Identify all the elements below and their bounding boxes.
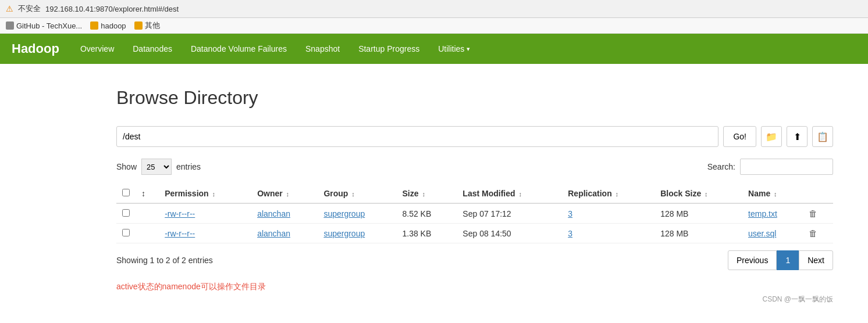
navbar-brand[interactable]: Hadoop xyxy=(12,41,59,56)
nav-startup-progress[interactable]: Startup Progress xyxy=(349,35,429,63)
warning-icon: ⚠ xyxy=(6,4,13,13)
sort-icon-name: ↕ xyxy=(774,191,777,198)
insecure-label: 不安全 xyxy=(18,3,41,14)
sort-icon-permission: ↕ xyxy=(212,191,216,198)
th-size[interactable]: Size ↕ xyxy=(396,184,457,203)
delete-icon-1[interactable]: 🗑 xyxy=(809,209,817,218)
upload-icon-button[interactable]: ⬆ xyxy=(787,126,807,147)
th-group[interactable]: Group ↕ xyxy=(318,184,396,203)
th-permission[interactable]: Permission ↕ xyxy=(159,184,251,203)
table-row: -rw-r--r-- alanchan supergroup 8.52 KB S… xyxy=(116,203,833,224)
table-header-row: ↕ Permission ↕ Owner ↕ Group ↕ Size ↕ xyxy=(116,184,833,203)
file-link-2[interactable]: user.sql xyxy=(748,229,776,238)
path-input[interactable] xyxy=(116,126,718,147)
upload-icon: ⬆ xyxy=(794,131,801,142)
bookmark-hadoop[interactable]: hadoop xyxy=(90,21,126,30)
bookmark-icon-other xyxy=(134,21,143,30)
nav-datanode-volume-failures[interactable]: Datanode Volume Failures xyxy=(182,35,296,63)
td-owner-1: alanchan xyxy=(251,203,318,224)
folder-icon: 📁 xyxy=(766,131,777,142)
bookmark-other[interactable]: 其他 xyxy=(134,20,160,31)
show-label: Show xyxy=(116,162,137,171)
go-button[interactable]: Go! xyxy=(723,126,756,147)
bookmark-label-github: GitHub - TechXue... xyxy=(16,21,82,30)
bottom-note: active状态的namenode可以操作文件目录 xyxy=(116,282,833,292)
pagination: Previous 1 Next xyxy=(728,250,833,270)
th-sort: ↕ xyxy=(136,184,159,203)
nav-datanodes[interactable]: Datanodes xyxy=(123,35,182,63)
entries-label: entries xyxy=(176,162,201,171)
sort-icon-replication: ↕ xyxy=(616,191,619,198)
td-size-2: 1.38 KB xyxy=(396,224,457,243)
replication-link-1[interactable]: 3 xyxy=(568,209,572,218)
td-group-2: supergroup xyxy=(318,224,396,243)
permission-link-2[interactable]: -rw-r--r-- xyxy=(165,229,195,238)
group-link-2[interactable]: supergroup xyxy=(323,229,365,238)
permission-link-1[interactable]: -rw-r--r-- xyxy=(165,209,195,218)
th-checkbox xyxy=(116,184,136,203)
main-content: Browse Directory Go! 📁 ⬆ 📋 Show 25 10 50… xyxy=(0,64,868,323)
td-group-1: supergroup xyxy=(318,203,396,224)
replication-link-2[interactable]: 3 xyxy=(568,229,572,238)
td-last-modified-1: Sep 07 17:12 xyxy=(457,203,562,224)
next-button[interactable]: Next xyxy=(799,250,833,270)
row-checkbox-2[interactable] xyxy=(122,229,130,236)
nav-overview[interactable]: Overview xyxy=(71,35,123,63)
row-checkbox-1[interactable] xyxy=(122,209,130,217)
group-link-1[interactable]: supergroup xyxy=(323,209,365,218)
entries-select[interactable]: 25 10 50 100 xyxy=(141,159,172,175)
navbar: Hadoop Overview Datanodes Datanode Volum… xyxy=(0,34,868,64)
td-sort-1 xyxy=(136,203,159,224)
owner-link-2[interactable]: alanchan xyxy=(257,229,290,238)
td-size-1: 8.52 KB xyxy=(396,203,457,224)
sort-icon-last-modified: ↕ xyxy=(518,191,522,198)
th-owner[interactable]: Owner ↕ xyxy=(251,184,318,203)
browser-bar: ⚠ 不安全 192.168.10.41:9870/explorer.html#/… xyxy=(0,0,868,18)
td-sort-2 xyxy=(136,224,159,243)
file-link-1[interactable]: temp.txt xyxy=(748,209,777,218)
th-block-size[interactable]: Block Size ↕ xyxy=(654,184,742,203)
dropdown-arrow-icon: ▾ xyxy=(467,45,470,53)
file-table: ↕ Permission ↕ Owner ↕ Group ↕ Size ↕ xyxy=(116,184,833,243)
csdn-note: CSDN @一飘一飘的饭 xyxy=(116,295,833,304)
nav-snapshot[interactable]: Snapshot xyxy=(296,35,349,63)
td-block-size-1: 128 MB xyxy=(654,203,742,224)
page-1-button[interactable]: 1 xyxy=(777,250,799,270)
th-actions xyxy=(803,184,833,203)
search-input[interactable] xyxy=(740,159,833,175)
show-row: Show 25 10 50 100 entries Search: xyxy=(116,159,833,175)
table-row: -rw-r--r-- alanchan supergroup 1.38 KB S… xyxy=(116,224,833,243)
td-checkbox-2 xyxy=(116,224,136,243)
td-delete-2: 🗑 xyxy=(803,224,833,243)
td-checkbox-1 xyxy=(116,203,136,224)
td-name-1: temp.txt xyxy=(742,203,803,224)
td-permission-2: -rw-r--r-- xyxy=(159,224,251,243)
sort-icon: ↕ xyxy=(141,189,145,198)
th-name[interactable]: Name ↕ xyxy=(742,184,803,203)
owner-link-1[interactable]: alanchan xyxy=(257,209,290,218)
sort-icon-group: ↕ xyxy=(351,191,355,198)
td-owner-2: alanchan xyxy=(251,224,318,243)
th-replication[interactable]: Replication ↕ xyxy=(562,184,654,203)
url-bar: 192.168.10.41:9870/explorer.html#/dest xyxy=(45,5,179,13)
bookmark-github[interactable]: GitHub - TechXue... xyxy=(6,21,82,30)
nav-utilities[interactable]: Utilities ▾ xyxy=(429,35,479,63)
previous-button[interactable]: Previous xyxy=(728,250,777,270)
td-replication-1: 3 xyxy=(562,203,654,224)
bookmark-icon-github xyxy=(6,21,14,30)
search-label: Search: xyxy=(707,162,735,171)
bookmark-icon-hadoop xyxy=(90,21,98,30)
showing-text: Showing 1 to 2 of 2 entries xyxy=(116,256,213,265)
folder-icon-button[interactable]: 📁 xyxy=(761,126,782,147)
bookmark-label-hadoop: hadoop xyxy=(101,21,126,30)
page-title: Browse Directory xyxy=(116,87,833,109)
bookmarks-bar: GitHub - TechXue... hadoop 其他 xyxy=(0,18,868,34)
td-last-modified-2: Sep 08 14:50 xyxy=(457,224,562,243)
delete-icon-2[interactable]: 🗑 xyxy=(809,228,817,238)
select-all-checkbox[interactable] xyxy=(122,189,130,196)
td-name-2: user.sql xyxy=(742,224,803,243)
th-last-modified[interactable]: Last Modified ↕ xyxy=(457,184,562,203)
path-row: Go! 📁 ⬆ 📋 xyxy=(116,126,833,147)
sort-icon-block-size: ↕ xyxy=(705,191,708,198)
info-icon-button[interactable]: 📋 xyxy=(812,126,833,147)
